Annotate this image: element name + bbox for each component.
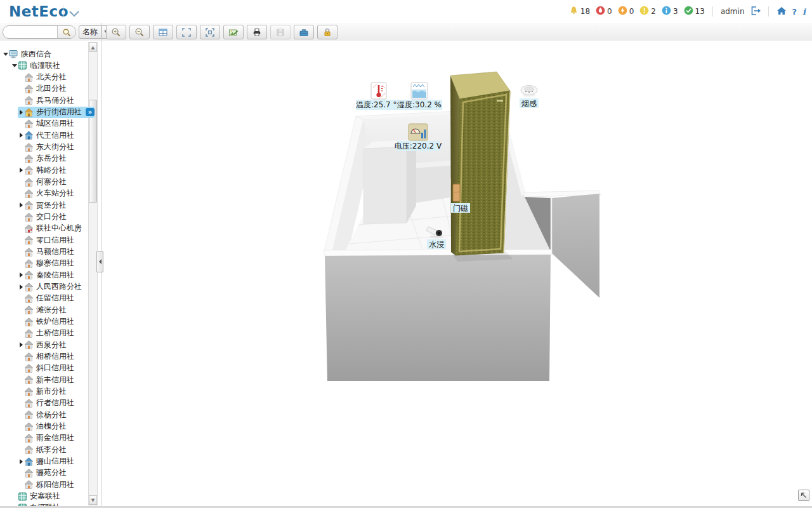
- tree-item[interactable]: 贾堡分社: [18, 199, 69, 211]
- zoom-out-icon: [134, 27, 145, 37]
- tree-item[interactable]: 东岳分社: [18, 153, 69, 164]
- humidity-sensor[interactable]: 湿度:30.2 %: [396, 83, 442, 110]
- lock-button[interactable]: [317, 25, 337, 39]
- search-button[interactable]: [57, 26, 75, 38]
- app-switcher-chevron-icon[interactable]: [69, 8, 80, 20]
- tree-item[interactable]: 陕西信合: [3, 48, 53, 60]
- smoke-sensor[interactable]: 烟感: [520, 98, 539, 108]
- tree-item[interactable]: 滩张分社: [18, 304, 69, 316]
- tree-item[interactable]: 安塞联社: [11, 491, 62, 502]
- bell-icon: [569, 6, 579, 18]
- room-view-canvas[interactable]: 温度:25.7 ℃ 湿度:30.2 %: [102, 41, 812, 506]
- tree-item[interactable]: 韩峪分社: [18, 164, 69, 176]
- tree-item[interactable]: 北关分社: [18, 72, 69, 83]
- water-sensor[interactable]: 水浸: [427, 239, 446, 249]
- alarm-bell-indicator[interactable]: 18: [569, 6, 590, 18]
- tree-item[interactable]: 临潼联社: [11, 60, 62, 71]
- tree-item[interactable]: 交口分社: [18, 211, 69, 223]
- export-image-icon: [228, 27, 239, 37]
- fit-view-button[interactable]: [200, 25, 220, 39]
- tree-item[interactable]: 骊苑分社: [18, 467, 69, 479]
- door-sensor-device[interactable]: [453, 184, 460, 201]
- tree-item[interactable]: 兵马俑分社: [18, 95, 76, 106]
- reset-view-button[interactable]: [798, 490, 809, 501]
- help-icon[interactable]: ?: [792, 7, 797, 17]
- expand-closed-icon[interactable]: [18, 168, 24, 173]
- tree-item[interactable]: 步行街信用社»: [18, 107, 95, 118]
- expand-closed-icon[interactable]: [18, 284, 24, 290]
- expand-closed-icon[interactable]: [18, 342, 24, 347]
- critical-alarm-indicator[interactable]: 0: [596, 6, 612, 18]
- tree-item[interactable]: 代王信用社: [18, 130, 76, 141]
- expand-closed-icon[interactable]: [18, 459, 24, 464]
- house-icon: [24, 178, 34, 187]
- expand-closed-icon[interactable]: [18, 110, 24, 115]
- panel-collapse-handle[interactable]: [96, 251, 103, 272]
- smoke-label: 烟感: [521, 99, 537, 108]
- door-sensor[interactable]: 门磁: [451, 203, 470, 213]
- tree-item[interactable]: 何寨分社: [18, 177, 69, 188]
- warning-alarm-indicator[interactable]: 3: [662, 6, 678, 18]
- root-icon: [9, 50, 19, 58]
- tree-item[interactable]: 新市分社: [18, 386, 69, 398]
- scroll-up-button[interactable]: ▲: [89, 43, 97, 52]
- tree-item[interactable]: 零口信用社: [18, 234, 76, 246]
- branch-icon: [18, 492, 28, 501]
- home-icon[interactable]: [776, 6, 787, 18]
- server-rack[interactable]: [450, 72, 513, 262]
- logout-icon[interactable]: [750, 6, 761, 18]
- temperature-sensor[interactable]: 温度:25.7 ℃: [356, 83, 402, 110]
- expand-closed-icon[interactable]: [18, 133, 24, 138]
- tree-item[interactable]: 火车站分社: [18, 188, 76, 199]
- normal-status-indicator[interactable]: 13: [684, 6, 705, 18]
- major-alarm-indicator[interactable]: 0: [618, 6, 634, 18]
- print-button[interactable]: [247, 25, 267, 39]
- tree-item[interactable]: 栎阳信用社: [18, 479, 76, 490]
- tree-item-label: 任留信用社: [34, 293, 76, 304]
- tree-item[interactable]: 铁炉信用社: [18, 316, 76, 328]
- tree-item[interactable]: 斜口信用社: [18, 363, 76, 374]
- tree-item[interactable]: 城区信用社: [18, 118, 76, 130]
- zoom-in-button[interactable]: [106, 25, 126, 39]
- tree-item[interactable]: 徐杨分社: [18, 409, 69, 420]
- smoke-detector-device[interactable]: [521, 86, 537, 97]
- tree-item[interactable]: 相桥信用社: [18, 351, 76, 363]
- tree-item[interactable]: 马额信用社: [18, 246, 76, 258]
- tree-item[interactable]: 北田分社: [18, 83, 69, 95]
- tree-item-label: 新丰信用社: [34, 375, 76, 385]
- minor-alarm-indicator[interactable]: 2: [639, 6, 656, 18]
- tree-item[interactable]: 骊山信用社: [18, 456, 76, 467]
- tree-item[interactable]: 雨金信用社: [18, 432, 76, 444]
- expand-open-icon[interactable]: [11, 64, 18, 67]
- tree-item-label: 行者信用社: [34, 398, 76, 408]
- tree-item[interactable]: 任留信用社: [18, 293, 76, 304]
- temperature-label: 温度:25.7 ℃: [356, 100, 402, 109]
- tree-item[interactable]: 新丰信用社: [18, 374, 76, 385]
- expand-closed-icon[interactable]: [18, 203, 24, 208]
- tree-item[interactable]: 秦陵信用社: [18, 269, 76, 281]
- tree-item[interactable]: 西泉分社: [18, 339, 69, 351]
- fullscreen-button[interactable]: [176, 25, 197, 39]
- grid-view-button[interactable]: [153, 25, 173, 39]
- expand-open-icon[interactable]: [3, 53, 9, 56]
- toolbox-button[interactable]: [294, 25, 314, 39]
- toolbar: 名称: [0, 23, 812, 41]
- save-button[interactable]: [270, 25, 291, 39]
- about-icon[interactable]: i: [802, 7, 806, 17]
- tree-item[interactable]: 行者信用社: [18, 398, 76, 409]
- tree-item[interactable]: 人民西路分社: [18, 281, 84, 293]
- expand-closed-icon[interactable]: [18, 272, 24, 277]
- tree-item[interactable]: 油槐分社: [18, 421, 69, 432]
- tree-item[interactable]: 纸李分社: [18, 444, 69, 455]
- export-image-button[interactable]: [223, 25, 244, 39]
- scroll-down-button[interactable]: ▼: [89, 495, 97, 505]
- search-input[interactable]: [3, 26, 57, 38]
- critical-flame-icon: [596, 6, 605, 18]
- navigate-badge[interactable]: »: [86, 108, 95, 116]
- tree-item[interactable]: 穆寨信用社: [18, 258, 76, 269]
- tree-item[interactable]: 东大街分社: [18, 142, 76, 153]
- zoom-out-button[interactable]: [129, 25, 150, 39]
- tree-item-label: 火车站分社: [34, 188, 76, 199]
- tree-item[interactable]: 土桥信用社: [18, 328, 76, 339]
- tree-item[interactable]: 联社中心机房: [18, 223, 84, 234]
